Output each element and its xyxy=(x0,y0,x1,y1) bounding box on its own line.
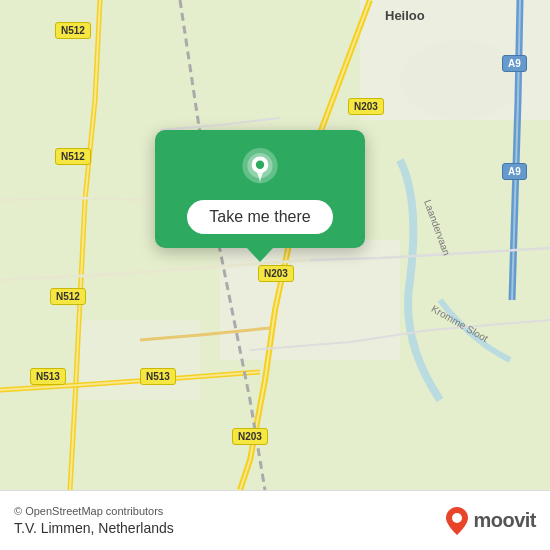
popup-card: Take me there xyxy=(155,130,365,248)
take-me-there-button[interactable]: Take me there xyxy=(187,200,332,234)
road-badge-n512-top: N512 xyxy=(55,22,91,39)
road-badge-n203-bottom: N203 xyxy=(232,428,268,445)
moovit-logo: moovit xyxy=(446,507,536,535)
road-badge-n513-left: N513 xyxy=(30,368,66,385)
location-pin-icon xyxy=(239,148,281,190)
road-badge-a9-mid: A9 xyxy=(502,163,527,180)
road-badge-a9-top: A9 xyxy=(502,55,527,72)
road-badge-n512-lower: N512 xyxy=(50,288,86,305)
location-name: T.V. Limmen, Netherlands xyxy=(14,520,174,536)
moovit-pin-icon xyxy=(446,507,468,535)
heiloo-label: Heiloo xyxy=(385,8,425,23)
osm-credit: © OpenStreetMap contributors xyxy=(14,505,174,517)
bottom-bar: © OpenStreetMap contributors T.V. Limmen… xyxy=(0,490,550,550)
road-badge-n513-right: N513 xyxy=(140,368,176,385)
road-badge-n203-top: N203 xyxy=(348,98,384,115)
moovit-text: moovit xyxy=(473,509,536,532)
road-badge-n203-mid: N203 xyxy=(258,265,294,282)
svg-rect-5 xyxy=(80,320,200,400)
road-badge-n512-mid: N512 xyxy=(55,148,91,165)
svg-point-10 xyxy=(452,513,462,523)
map-container: N512 N512 N512 N513 N513 N203 N203 N203 … xyxy=(0,0,550,490)
svg-point-9 xyxy=(256,161,264,169)
